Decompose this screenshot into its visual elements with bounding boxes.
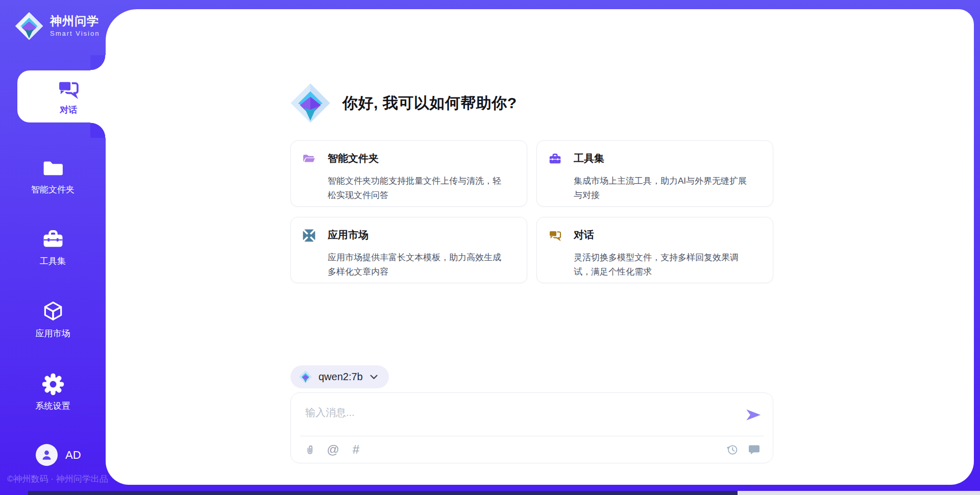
sidebar-item-label: 智能文件夹 xyxy=(31,184,75,195)
copyright-footer: ©神州数码 · 神州问学出品 xyxy=(7,473,108,485)
sidebar-item-smart-folder[interactable]: 智能文件夹 xyxy=(0,156,106,195)
card-chat[interactable]: 对话 灵活切换多模型文件，支持多样回复效果调试，满足个性化需求 xyxy=(536,217,773,283)
person-icon xyxy=(40,448,54,462)
card-description: 应用市场提供丰富长文本模板，助力高效生成多样化文章内容 xyxy=(328,251,516,283)
card-toolset[interactable]: 工具集 集成市场上主流工具，助力AI与外界无缝扩展与对接 xyxy=(536,140,773,207)
chevron-down-icon xyxy=(370,375,378,380)
card-app-market[interactable]: 应用市场 应用市场提供丰富长文本模板，助力高效生成多样化文章内容 xyxy=(290,217,527,283)
composer-right-tools xyxy=(726,443,761,456)
briefcase-icon xyxy=(41,228,65,251)
greeting-block: 你好, 我可以如何帮助你? xyxy=(289,82,517,124)
send-icon[interactable] xyxy=(745,407,762,423)
card-title: 工具集 xyxy=(574,152,762,169)
card-smart-folder[interactable]: 智能文件夹 智能文件夹功能支持批量文件上传与清洗，轻松实现文件问答 xyxy=(290,140,527,207)
tab-fillet-top xyxy=(90,55,106,70)
app-logo: 神州问学 Smart Vision xyxy=(14,11,100,41)
chat-bubbles-icon xyxy=(548,229,562,242)
tab-fillet-bottom xyxy=(90,122,106,138)
history-icon[interactable] xyxy=(726,443,739,456)
sidebar-item-label: 系统设置 xyxy=(36,400,70,412)
chat-filled-icon[interactable] xyxy=(748,443,761,456)
gem-diamond-icon xyxy=(299,370,312,384)
model-selector[interactable]: qwen2:7b xyxy=(290,365,389,388)
sidebar-item-app-market[interactable]: 应用市场 xyxy=(0,300,106,339)
card-title: 对话 xyxy=(574,228,762,246)
main-content-panel: 你好, 我可以如何帮助你? 智能文件夹 智能文件夹功能支持批量文件上传与清洗，轻… xyxy=(106,9,974,485)
window-bottom-edge xyxy=(28,491,738,495)
sidebar-item-label: 工具集 xyxy=(40,255,66,267)
gem-diamond-icon xyxy=(14,11,44,41)
brand-subtitle: Smart Vision xyxy=(50,30,100,37)
card-title: 应用市场 xyxy=(328,228,516,246)
card-description: 集成市场上主流工具，助力AI与外界无缝扩展与对接 xyxy=(574,174,762,206)
model-name: qwen2:7b xyxy=(318,371,363,383)
card-description: 智能文件夹功能支持批量文件上传与清洗，轻松实现文件问答 xyxy=(328,174,516,206)
message-input[interactable] xyxy=(304,402,733,423)
feature-cards: 智能文件夹 智能文件夹功能支持批量文件上传与清洗，轻松实现文件问答 工具集 集成… xyxy=(290,140,773,283)
hash-icon[interactable]: # xyxy=(350,443,362,456)
gem-diamond-icon xyxy=(289,82,331,124)
sidebar-item-chat[interactable]: 对话 xyxy=(17,70,119,122)
window-bottom-edge-light xyxy=(738,491,980,495)
paperclip-icon[interactable] xyxy=(304,443,316,456)
sidebar-item-label: 对话 xyxy=(60,104,77,116)
at-sign-icon[interactable]: @ xyxy=(327,443,339,456)
app-grid-icon xyxy=(302,229,316,242)
user-name: AD xyxy=(65,449,81,462)
sidebar-item-label: 应用市场 xyxy=(36,328,70,339)
folder-icon xyxy=(41,156,65,180)
composer-divider xyxy=(300,436,764,436)
cube-icon xyxy=(41,300,65,324)
chat-bubbles-icon xyxy=(57,78,80,101)
gear-icon xyxy=(41,373,65,396)
sidebar-item-toolset[interactable]: 工具集 xyxy=(0,228,106,267)
at-symbol: @ xyxy=(327,443,339,456)
composer-toolbar: @ # xyxy=(304,443,362,456)
message-composer: @ # xyxy=(290,392,773,463)
brand-name: 神州问学 xyxy=(50,15,100,28)
card-title: 智能文件夹 xyxy=(328,152,516,169)
hash-symbol: # xyxy=(353,443,359,456)
folder-open-icon xyxy=(302,152,316,166)
sidebar-item-settings[interactable]: 系统设置 xyxy=(0,373,106,412)
avatar xyxy=(36,444,58,466)
card-description: 灵活切换多模型文件，支持多样回复效果调试，满足个性化需求 xyxy=(574,251,762,283)
briefcase-icon xyxy=(548,152,562,166)
page-greeting: 你好, 我可以如何帮助你? xyxy=(342,93,517,114)
user-profile[interactable]: AD xyxy=(36,444,81,466)
